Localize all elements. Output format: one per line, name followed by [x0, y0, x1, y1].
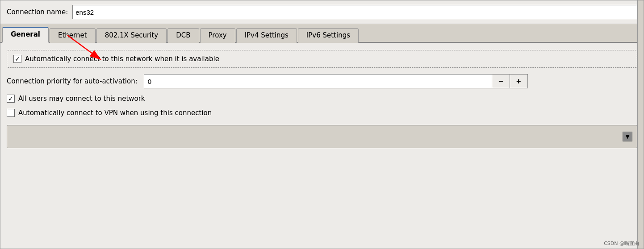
priority-input[interactable]: [144, 75, 492, 88]
tab-ipv6-settings[interactable]: IPv6 Settings: [298, 28, 359, 43]
tab-ethernet[interactable]: Ethernet: [50, 28, 96, 43]
priority-row: Connection priority for auto-activation:…: [7, 74, 637, 88]
auto-connect-section: Automatically connect to this network wh…: [7, 50, 637, 68]
watermark: CSDN @嗡宜由: [604, 240, 639, 247]
priority-plus-button[interactable]: +: [510, 75, 527, 88]
vpn-dropdown-arrow[interactable]: ▼: [623, 132, 632, 141]
priority-minus-button[interactable]: −: [492, 75, 510, 88]
tab-dcb[interactable]: DCB: [167, 28, 199, 43]
scrollbar[interactable]: [637, 0, 644, 249]
priority-label: Connection priority for auto-activation:: [7, 77, 138, 85]
vpn-checkbox[interactable]: [7, 109, 15, 117]
dialog-window: Connection name: General Ethernet 802.1X…: [0, 0, 644, 249]
tab-ipv4-settings[interactable]: IPv4 Settings: [236, 28, 297, 43]
tabs-bar: General Ethernet 802.1X Security DCB Pro…: [0, 24, 644, 43]
tab-general[interactable]: General: [2, 27, 49, 43]
auto-connect-label: Automatically connect to this network wh…: [25, 55, 219, 63]
all-users-label: All users may connect to this network: [18, 95, 145, 103]
auto-connect-checkbox[interactable]: [13, 55, 21, 63]
connection-name-label: Connection name:: [7, 8, 68, 16]
general-tab-content: Automatically connect to this network wh…: [0, 43, 644, 249]
tab-8021x-security[interactable]: 802.1X Security: [96, 28, 167, 43]
vpn-dropdown-container: ▼: [7, 125, 637, 148]
connection-name-row: Connection name:: [0, 0, 644, 24]
connection-name-input[interactable]: [72, 5, 637, 19]
tab-proxy[interactable]: Proxy: [200, 28, 235, 43]
vpn-label: Automatically connect to VPN when using …: [18, 109, 212, 117]
vpn-row: Automatically connect to VPN when using …: [7, 109, 637, 117]
priority-input-group: − +: [144, 74, 528, 88]
all-users-row: All users may connect to this network: [7, 95, 637, 103]
all-users-checkbox[interactable]: [7, 95, 15, 103]
